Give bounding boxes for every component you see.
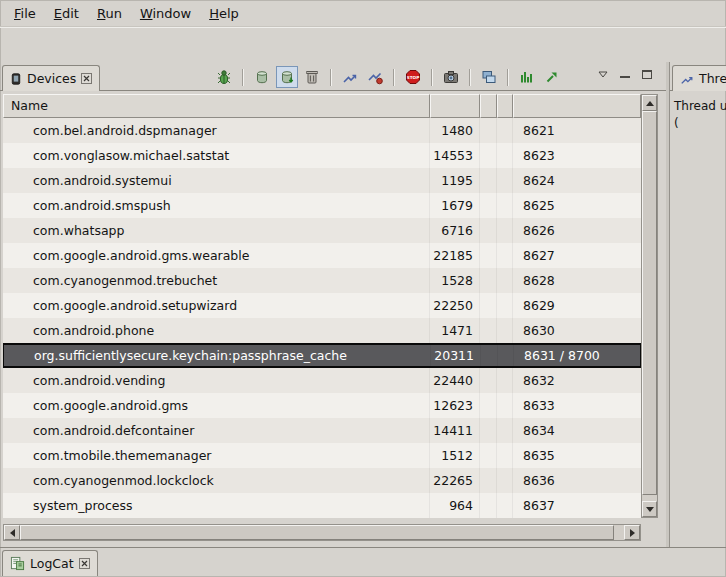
table-row[interactable]: system_process 964 8637 (3, 493, 641, 518)
process-blank-cell (497, 468, 513, 493)
process-pid: 964 (430, 493, 480, 518)
logcat-icon (10, 556, 25, 571)
tab-threads-label: Threads (699, 71, 726, 86)
tab-devices[interactable]: Devices (2, 65, 100, 91)
process-port: 8630 (513, 318, 641, 343)
process-blank-cell (480, 168, 497, 193)
menu-run[interactable]: Run (88, 2, 131, 25)
process-port: 8635 (513, 443, 641, 468)
capture-system-trace-button[interactable] (516, 66, 538, 88)
menu-file[interactable]: File (5, 2, 45, 25)
process-blank-cell (480, 368, 497, 393)
update-threads-button[interactable] (339, 66, 361, 88)
process-blank-cell (480, 268, 497, 293)
table-row[interactable]: com.android.smspush 1679 8625 (3, 193, 641, 218)
menu-edit[interactable]: Edit (45, 2, 88, 25)
start-opengl-trace-button[interactable] (541, 66, 563, 88)
scroll-up-button[interactable] (642, 95, 657, 111)
process-blank-cell (480, 143, 497, 168)
update-heap-button[interactable] (251, 66, 273, 88)
toolbar-separator (330, 69, 332, 86)
stop-process-button[interactable]: STOP (402, 66, 424, 88)
table-row[interactable]: org.sufficientlysecure.keychain:passphra… (3, 343, 641, 368)
column-header-port[interactable] (513, 94, 641, 118)
start-method-profiling-button[interactable] (364, 66, 386, 88)
dump-view-hierarchy-button[interactable] (478, 66, 500, 88)
vertical-scrollbar-thumb[interactable] (642, 111, 657, 495)
process-port: 8636 (513, 468, 641, 493)
table-row[interactable]: com.android.phone 1471 8630 (3, 318, 641, 343)
scroll-down-button[interactable] (642, 501, 657, 517)
close-icon[interactable] (81, 73, 92, 84)
maximize-icon[interactable] (642, 70, 652, 79)
process-blank-cell (498, 345, 514, 366)
debug-process-button[interactable] (213, 66, 235, 88)
menu-window[interactable]: Window (131, 2, 200, 25)
process-name: com.cyanogenmod.lockclock (3, 468, 430, 493)
process-name: com.google.android.gms.wearable (3, 243, 430, 268)
layers-icon (481, 69, 497, 85)
table-row[interactable]: com.vonglasow.michael.satstat 14553 8623 (3, 143, 641, 168)
horizontal-scrollbar[interactable] (3, 524, 641, 541)
bug-icon (216, 69, 232, 85)
process-pid: 22185 (430, 243, 480, 268)
table-row[interactable]: com.google.android.gms 12623 8633 (3, 393, 641, 418)
tab-logcat[interactable]: LogCat (2, 550, 98, 576)
column-header-name[interactable]: Name (3, 94, 430, 118)
horizontal-scrollbar-thumb[interactable] (20, 525, 614, 540)
menubar: File Edit Run Window Help (0, 0, 726, 27)
threads-message-line-1: Thread up (674, 98, 724, 115)
arrow-left-icon (10, 529, 15, 537)
table-row[interactable]: com.cyanogenmod.trebuchet 1528 8628 (3, 268, 641, 293)
toolbar-separator (469, 69, 471, 86)
devices-tabbar: Devices (0, 62, 666, 91)
stop-label: STOP (407, 75, 420, 80)
process-pid: 22440 (430, 368, 480, 393)
column-header-pid[interactable] (430, 94, 480, 118)
table-row[interactable]: com.cyanogenmod.lockclock 22265 8636 (3, 468, 641, 493)
process-port: 8633 (513, 393, 641, 418)
column-header-blank-2[interactable] (497, 94, 513, 118)
vertical-scrollbar[interactable] (641, 94, 658, 518)
dump-hprof-button[interactable] (276, 66, 298, 88)
table-row[interactable]: com.android.systemui 1195 8624 (3, 168, 641, 193)
cause-gc-button[interactable] (301, 66, 323, 88)
process-port: 8632 (513, 368, 641, 393)
scroll-left-button[interactable] (4, 525, 20, 540)
process-name: com.android.smspush (3, 193, 430, 218)
scroll-right-button[interactable] (624, 525, 640, 540)
table-row[interactable]: com.whatsapp 6716 8626 (3, 218, 641, 243)
heap-dump-arrow-icon (279, 69, 295, 85)
tab-threads[interactable]: Threads (672, 65, 726, 91)
process-blank-cell (480, 243, 497, 268)
process-port: 8631 / 8700 (514, 345, 640, 366)
table-row[interactable]: com.google.android.gms.wearable 22185 86… (3, 243, 641, 268)
panel-controls (598, 70, 652, 79)
threads-icon (680, 72, 694, 86)
process-name: com.android.defcontainer (3, 418, 430, 443)
table-row[interactable]: com.android.defcontainer 14411 8634 (3, 418, 641, 443)
close-icon[interactable] (79, 558, 90, 569)
table-row[interactable]: com.android.vending 22440 8632 (3, 368, 641, 393)
process-name: com.vonglasow.michael.satstat (3, 143, 430, 168)
process-blank-cell (480, 218, 497, 243)
process-blank-cell (497, 493, 513, 518)
threads-arrows-icon (342, 69, 358, 85)
column-header-blank-1[interactable] (480, 94, 497, 118)
menu-help[interactable]: Help (200, 2, 248, 25)
camera-icon (443, 69, 459, 85)
process-port: 8623 (513, 143, 641, 168)
device-icon (10, 72, 22, 86)
screen-capture-button[interactable] (440, 66, 462, 88)
minimize-icon[interactable] (620, 76, 630, 79)
table-row[interactable]: com.google.android.setupwizard 22250 862… (3, 293, 641, 318)
view-menu-chevron-icon[interactable] (598, 71, 608, 78)
table-row[interactable]: com.bel.android.dspmanager 1480 8621 (3, 118, 641, 143)
green-arrow-icon (544, 69, 560, 85)
process-blank-cell (497, 443, 513, 468)
table-row[interactable]: com.tmobile.thememanager 1512 8635 (3, 443, 641, 468)
scroll-track[interactable] (614, 525, 624, 540)
threads-tabbar: Threads (670, 62, 726, 91)
process-blank-cell (480, 193, 497, 218)
process-blank-cell (497, 418, 513, 443)
